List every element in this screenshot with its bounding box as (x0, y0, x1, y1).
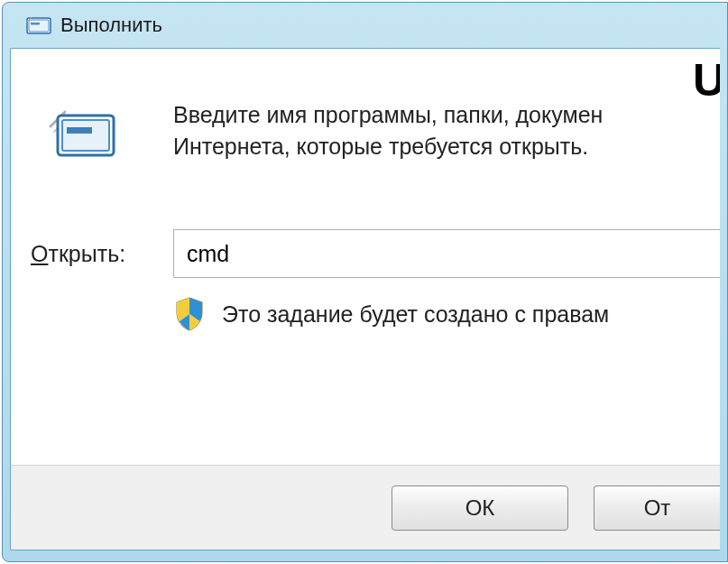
client-area: U Введите имя программы, папки, докумен … (10, 48, 720, 550)
open-label: Открыть: (31, 241, 173, 267)
run-icon (26, 15, 51, 35)
svg-rect-5 (67, 127, 92, 134)
corner-text: U (693, 54, 720, 106)
svg-rect-1 (29, 20, 49, 32)
window-title: Выполнить (60, 14, 162, 37)
cancel-button[interactable]: От (594, 485, 720, 531)
command-input[interactable] (173, 229, 720, 278)
uac-shield-icon (173, 296, 206, 332)
run-dialog-icon (47, 105, 117, 159)
ok-button[interactable]: ОК (392, 485, 568, 531)
admin-rights-text: Это задание будет создано с правам (222, 301, 609, 328)
button-bar: ОК От (11, 465, 720, 550)
window-frame: Выполнить U Введите имя программы, папки… (2, 2, 728, 562)
svg-rect-4 (62, 120, 109, 151)
titlebar: Выполнить (10, 10, 720, 48)
description-text: Введите имя программы, папки, докумен Ин… (173, 99, 702, 162)
svg-rect-2 (31, 23, 40, 25)
